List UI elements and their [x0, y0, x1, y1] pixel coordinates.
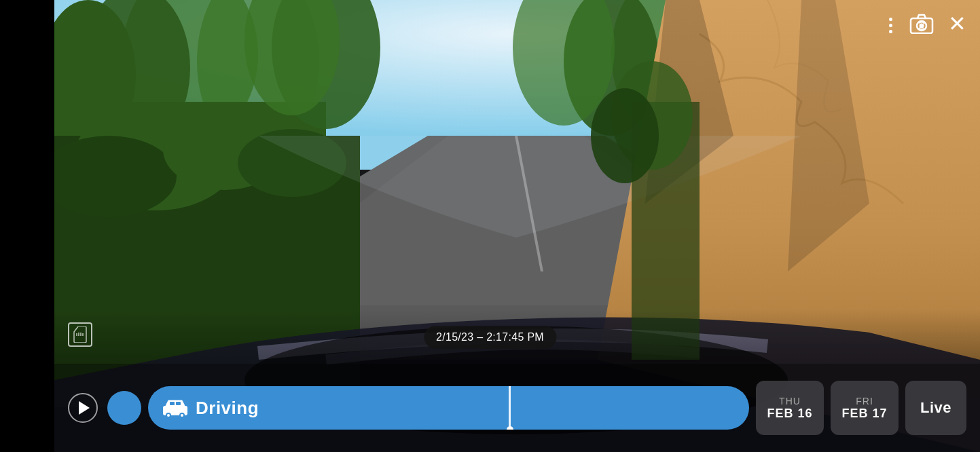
- close-button[interactable]: ✕: [948, 13, 966, 35]
- svg-point-28: [920, 24, 924, 29]
- svg-rect-40: [170, 402, 175, 405]
- svg-point-39: [181, 414, 183, 417]
- top-controls: ✕: [886, 14, 966, 37]
- left-sidebar: [0, 0, 54, 452]
- day-thu-feb-16[interactable]: THU FEB 16: [756, 381, 824, 435]
- live-label: Live: [920, 399, 951, 417]
- svg-point-25: [591, 88, 659, 183]
- timeline-bar: Driving THU FEB 16 FRI FEB 17 Live: [54, 364, 980, 452]
- day-fri-label-bottom: FEB 17: [841, 407, 887, 421]
- scrubber-dot: [507, 426, 513, 430]
- driving-label: Driving: [196, 398, 259, 419]
- event-indicator: [107, 391, 141, 425]
- timestamp-tooltip: 2/15/23 – 2:17:45 PM: [424, 326, 556, 349]
- sd-card-icon: [73, 326, 88, 343]
- screenshot-button[interactable]: [909, 14, 934, 37]
- timeline-track[interactable]: Driving: [148, 386, 749, 430]
- live-button[interactable]: Live: [905, 381, 966, 435]
- app-container: ✕ 2/15/23 – 2:17:45 PM: [0, 0, 980, 452]
- day-fri-feb-17[interactable]: FRI FEB 17: [831, 381, 899, 435]
- close-icon: ✕: [948, 12, 966, 36]
- timestamp-value: 2/15/23 – 2:17:45 PM: [436, 331, 544, 343]
- sd-card-button[interactable]: [68, 322, 92, 347]
- timeline-car-icon-area: Driving: [162, 398, 259, 419]
- car-icon: [162, 398, 189, 418]
- svg-rect-41: [176, 402, 181, 405]
- more-menu-button[interactable]: [886, 15, 895, 36]
- day-thu-label-top: THU: [779, 396, 801, 407]
- play-button[interactable]: [68, 393, 98, 423]
- day-thu-label-bottom: FEB 16: [767, 407, 812, 421]
- day-fri-label-top: FRI: [856, 396, 873, 407]
- svg-point-37: [167, 414, 170, 417]
- camera-icon: [909, 14, 934, 34]
- scrubber[interactable]: [509, 386, 511, 430]
- play-icon: [79, 401, 90, 415]
